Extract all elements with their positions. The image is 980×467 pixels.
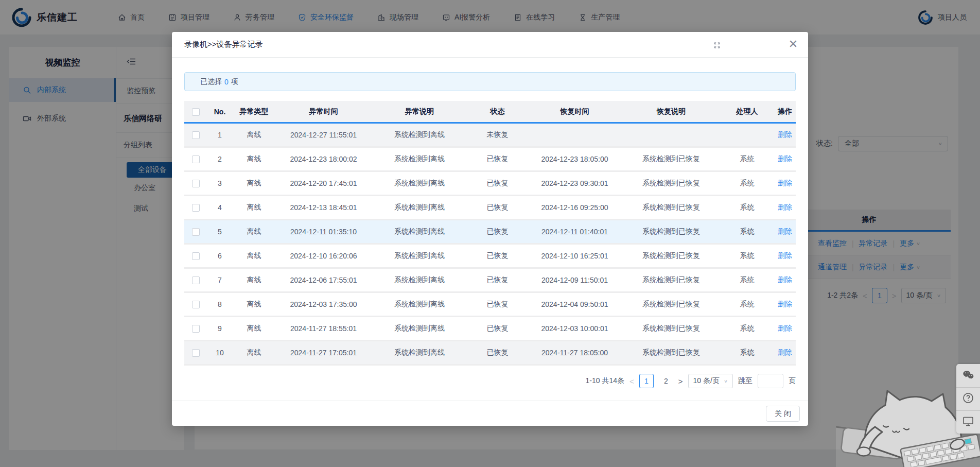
header-checkbox-cell: [184, 107, 207, 116]
cell-time: 2024-11-27 17:05:01: [276, 349, 371, 357]
cell-recover-time: 2024-11-27 18:05:00: [527, 349, 622, 357]
chevron-down-icon: ∨: [724, 378, 728, 384]
cell-status: 已恢复: [468, 203, 527, 212]
cell-desc: 系统检测到离线: [371, 324, 468, 333]
cell-desc: 系统检测到离线: [371, 227, 468, 236]
cell-type: 离线: [232, 324, 276, 333]
cell-type: 离线: [232, 154, 276, 164]
cell-desc: 系统检测到离线: [371, 154, 468, 164]
delete-link[interactable]: 删除: [778, 251, 792, 260]
row-checkbox-cell: [184, 179, 207, 188]
cell-type: 离线: [232, 227, 276, 236]
page-size-select[interactable]: 10 条/页 ∨: [688, 374, 733, 388]
prev-page-icon[interactable]: <: [629, 377, 634, 386]
row-checkbox[interactable]: [192, 155, 200, 163]
delete-link[interactable]: 删除: [778, 324, 792, 332]
row-checkbox-cell: [184, 276, 207, 285]
modal-title: 录像机>>设备异常记录: [184, 40, 263, 49]
next-page-icon[interactable]: >: [678, 377, 683, 386]
fullscreen-expand-icon[interactable]: [712, 41, 722, 50]
close-button[interactable]: 关 闭: [766, 406, 800, 422]
cell-time: 2024-12-23 18:00:02: [276, 155, 371, 163]
delete-link[interactable]: 删除: [778, 300, 792, 308]
row-checkbox[interactable]: [192, 228, 200, 236]
cell-time: 2024-12-10 16:20:06: [276, 252, 371, 260]
close-icon[interactable]: ✕: [786, 38, 800, 51]
cell-time: 2024-12-06 17:55:01: [276, 276, 371, 284]
page-number-2[interactable]: 2: [659, 374, 673, 388]
row-checkbox-cell: [184, 300, 207, 309]
row-checkbox[interactable]: [192, 131, 200, 139]
row-checkbox[interactable]: [192, 180, 200, 187]
cell-handler: 系统: [720, 275, 774, 285]
help-button[interactable]: [956, 387, 980, 410]
cell-desc: 系统检测到离线: [371, 130, 468, 140]
row-checkbox-cell: [184, 349, 207, 357]
table-row: 9离线2024-11-27 18:55:01系统检测到离线已恢复2024-12-…: [184, 317, 796, 341]
cell-recover-desc: 系统检测到已恢复: [622, 179, 720, 188]
wechat-button[interactable]: [956, 364, 980, 387]
cell-handler: 系统: [720, 179, 774, 188]
column-header-no: No.: [207, 108, 232, 116]
cell-handler: 系统: [720, 227, 774, 236]
row-checkbox[interactable]: [192, 276, 200, 284]
monitor-icon: [962, 415, 974, 429]
delete-link[interactable]: 删除: [778, 203, 792, 211]
action-cell: 删除: [774, 251, 796, 261]
row-checkbox[interactable]: [192, 349, 200, 357]
delete-link[interactable]: 删除: [778, 130, 792, 139]
action-cell: 删除: [774, 275, 796, 285]
action-cell: 删除: [774, 324, 796, 333]
column-header-time: 异常时间: [276, 107, 371, 116]
cell-no: 9: [207, 324, 232, 333]
jump-page-input[interactable]: [758, 374, 783, 388]
cell-no: 5: [207, 228, 232, 236]
row-checkbox[interactable]: [192, 204, 200, 212]
action-cell: 删除: [774, 203, 796, 212]
column-header-desc: 异常说明: [371, 107, 468, 116]
jump-label: 跳至: [738, 376, 752, 386]
cell-recover-desc: 系统检测到已恢复: [622, 348, 720, 357]
row-checkbox-cell: [184, 203, 207, 212]
screen: 乐信建工 首页项目管理劳务管理安全环保监督现场管理AI报警分析在线学习生产管理 …: [0, 0, 980, 467]
pagination-total: 1-10 共14条: [586, 376, 624, 386]
cell-recover-time: 2024-12-04 09:50:01: [527, 300, 622, 308]
row-checkbox[interactable]: [192, 325, 200, 333]
action-cell: 删除: [774, 154, 796, 164]
row-checkbox[interactable]: [192, 252, 200, 260]
delete-link[interactable]: 删除: [778, 154, 792, 163]
modal-footer: 关 闭: [172, 401, 808, 426]
delete-link[interactable]: 删除: [778, 275, 792, 284]
cell-type: 离线: [232, 203, 276, 212]
cell-recover-desc: 系统检测到已恢复: [622, 154, 720, 164]
cell-status: 已恢复: [468, 179, 527, 188]
cell-handler: 系统: [720, 300, 774, 309]
cell-recover-time: 2024-12-23 09:30:01: [527, 179, 622, 187]
cell-type: 离线: [232, 300, 276, 309]
action-cell: 删除: [774, 300, 796, 309]
delete-link[interactable]: 删除: [778, 179, 792, 187]
wechat-icon: [962, 369, 974, 383]
delete-link[interactable]: 删除: [778, 348, 792, 356]
page-number-1[interactable]: 1: [639, 374, 654, 388]
cell-status: 已恢复: [468, 300, 527, 309]
cell-no: 8: [207, 300, 232, 308]
action-cell: 删除: [774, 348, 796, 357]
table-row: 6离线2024-12-10 16:20:06系统检测到离线已恢复2024-12-…: [184, 245, 796, 269]
row-checkbox[interactable]: [192, 301, 200, 308]
cell-handler: 系统: [720, 203, 774, 212]
cell-handler: 系统: [720, 251, 774, 261]
table-row: 10离线2024-11-27 17:05:01系统检测到离线已恢复2024-11…: [184, 341, 796, 366]
cell-type: 离线: [232, 179, 276, 188]
float-toolbar: [956, 364, 980, 434]
monitor-button[interactable]: [956, 410, 980, 434]
cell-desc: 系统检测到离线: [371, 179, 468, 188]
cell-time: 2024-12-11 01:35:10: [276, 228, 371, 236]
cell-time: 2024-12-13 18:45:01: [276, 203, 371, 212]
row-checkbox-cell: [184, 131, 207, 140]
cell-type: 离线: [232, 275, 276, 285]
row-checkbox-cell: [184, 252, 207, 261]
select-all-checkbox[interactable]: [192, 108, 200, 116]
delete-link[interactable]: 删除: [778, 227, 792, 235]
cell-recover-desc: 系统检测到已恢复: [622, 300, 720, 309]
